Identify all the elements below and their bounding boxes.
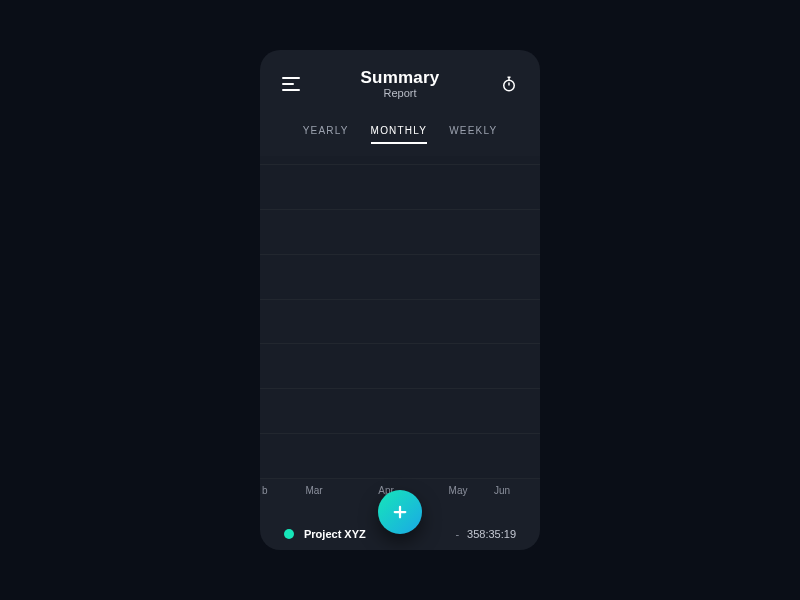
- tab-weekly[interactable]: WEEKLY: [449, 125, 497, 144]
- xlabel-may: May: [422, 485, 494, 496]
- menu-icon[interactable]: [282, 77, 300, 91]
- page-subtitle: Report: [361, 87, 440, 99]
- bar-chart: [260, 156, 540, 479]
- add-button[interactable]: [378, 490, 422, 534]
- stopwatch-icon[interactable]: [500, 75, 518, 93]
- period-tabs: YEARLY MONTHLY WEEKLY: [260, 125, 540, 144]
- plus-icon: [391, 503, 409, 521]
- title-block: Summary Report: [361, 68, 440, 99]
- xlabel-mar: Mar: [278, 485, 350, 496]
- tab-monthly[interactable]: MONTHLY: [371, 125, 428, 144]
- page-title: Summary: [361, 68, 440, 88]
- xlabel-jun: Jun: [494, 485, 512, 496]
- header: Summary Report: [260, 50, 540, 107]
- legend-duration: 358:35:19: [467, 528, 516, 540]
- chart-bars: [260, 156, 540, 479]
- legend-dot-icon: [284, 529, 294, 539]
- app-card: Summary Report YEARLY MONTHLY WEEKLY: [260, 50, 540, 550]
- tab-yearly[interactable]: YEARLY: [303, 125, 349, 144]
- xlabel-feb: b: [260, 485, 278, 496]
- legend-project-name: Project XYZ: [304, 528, 455, 540]
- legend-dash: -: [455, 528, 459, 540]
